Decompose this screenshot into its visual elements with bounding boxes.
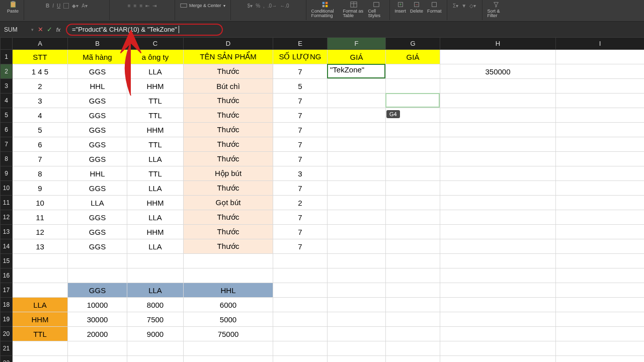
cell[interactable]	[386, 196, 440, 210]
percent-icon[interactable]: %	[256, 3, 260, 9]
cell[interactable]: GGS	[68, 152, 127, 166]
autosum-icon[interactable]: Σ▾	[453, 3, 458, 9]
cell[interactable]: 12	[13, 225, 68, 239]
cell[interactable]: GGS	[68, 181, 127, 196]
row-18[interactable]: 18	[1, 298, 13, 312]
cell[interactable]: 9000	[127, 327, 184, 341]
cell[interactable]	[328, 181, 386, 196]
cancel-icon[interactable]: ✕	[36, 26, 45, 33]
cell[interactable]	[386, 210, 440, 225]
cell[interactable]	[556, 108, 645, 123]
cell[interactable]	[440, 123, 556, 137]
row-7[interactable]: 7	[1, 137, 13, 152]
cell[interactable]: 75000	[184, 327, 273, 341]
cell[interactable]: Thước	[184, 225, 273, 239]
row-19[interactable]: 19	[1, 312, 13, 327]
cell[interactable]	[440, 196, 556, 210]
cell[interactable]	[386, 312, 440, 327]
align-left-icon[interactable]: ≡	[128, 3, 131, 9]
row-6[interactable]: 6	[1, 123, 13, 137]
decimal-inc-icon[interactable]: .0→	[268, 3, 277, 9]
cell[interactable]: LLA	[127, 283, 184, 298]
cell[interactable]: GIÁ	[386, 50, 440, 64]
cell[interactable]	[273, 254, 328, 268]
delete-button[interactable]: − Delete	[408, 0, 425, 20]
cell[interactable]: HHM	[13, 312, 68, 327]
cell[interactable]	[440, 225, 556, 239]
cell[interactable]	[13, 283, 68, 298]
cell[interactable]: GGS	[68, 283, 127, 298]
cell[interactable]: GGS	[68, 123, 127, 137]
cell[interactable]	[184, 268, 273, 283]
cell[interactable]	[556, 196, 645, 210]
cell[interactable]: 4	[13, 108, 68, 123]
cell[interactable]	[328, 137, 386, 152]
cell[interactable]	[440, 50, 556, 64]
cell[interactable]	[328, 298, 386, 312]
cell[interactable]: GGS	[68, 108, 127, 123]
cell[interactable]	[328, 254, 386, 268]
cell[interactable]: GGS	[68, 210, 127, 225]
cell[interactable]	[386, 137, 440, 152]
cell[interactable]	[328, 79, 386, 94]
row-5[interactable]: 5	[1, 108, 13, 123]
select-all-corner[interactable]	[1, 38, 13, 50]
sort-filter-button[interactable]: Sort & Filter	[486, 0, 507, 20]
cell[interactable]	[440, 79, 556, 94]
cell[interactable]	[273, 312, 328, 327]
cell[interactable]	[440, 152, 556, 166]
cell[interactable]: LLA	[13, 298, 68, 312]
row-4[interactable]: 4	[1, 94, 13, 108]
cell[interactable]	[386, 123, 440, 137]
cell[interactable]: 30000	[68, 312, 127, 327]
cell[interactable]	[184, 254, 273, 268]
cell[interactable]: 7	[273, 64, 328, 79]
row-12[interactable]: 12	[1, 210, 13, 225]
cell[interactable]: TÊN SẢN PHẨM	[184, 50, 273, 64]
enter-icon[interactable]: ✓	[45, 26, 54, 33]
cell[interactable]	[440, 341, 556, 356]
cell[interactable]	[328, 225, 386, 239]
cell[interactable]: Thước	[184, 123, 273, 137]
cell[interactable]: LLA	[127, 239, 184, 254]
cell[interactable]: HHM	[127, 79, 184, 94]
cell[interactable]	[328, 283, 386, 298]
row-20[interactable]: 20	[1, 327, 13, 341]
cell[interactable]	[386, 94, 440, 108]
cell[interactable]	[273, 298, 328, 312]
cell[interactable]	[440, 283, 556, 298]
cell[interactable]	[328, 239, 386, 254]
cell[interactable]	[273, 356, 328, 363]
cell[interactable]: Thước	[184, 181, 273, 196]
cell[interactable]	[440, 137, 556, 152]
cell[interactable]: Thước	[184, 210, 273, 225]
cell[interactable]	[328, 152, 386, 166]
row-17[interactable]: 17	[1, 283, 13, 298]
cell[interactable]: 9	[13, 181, 68, 196]
row-1[interactable]: 1	[1, 50, 13, 64]
cell[interactable]	[556, 181, 645, 196]
cell[interactable]	[440, 298, 556, 312]
indent-dec-icon[interactable]: ⇤	[145, 3, 149, 9]
insert-button[interactable]: + Insert	[393, 0, 409, 20]
cell[interactable]	[328, 123, 386, 137]
row-21[interactable]: 21	[1, 341, 13, 356]
cell[interactable]	[273, 341, 328, 356]
cell[interactable]: Gọt bút	[184, 196, 273, 210]
cell[interactable]	[556, 283, 645, 298]
cell[interactable]: HHL	[184, 283, 273, 298]
col-I[interactable]: I	[556, 38, 645, 50]
cell[interactable]: 5	[13, 123, 68, 137]
cell[interactable]	[440, 181, 556, 196]
spreadsheet[interactable]: A B C D E F G H I 1STTMã hànga ông tyTÊN…	[0, 37, 644, 362]
cell[interactable]	[328, 166, 386, 181]
cell[interactable]: 7	[13, 152, 68, 166]
cell[interactable]: Thước	[184, 137, 273, 152]
cell[interactable]	[386, 166, 440, 181]
cell[interactable]: 20000	[68, 327, 127, 341]
cell[interactable]: STT	[13, 50, 68, 64]
cell[interactable]: Hộp bút	[184, 166, 273, 181]
row-14[interactable]: 14	[1, 239, 13, 254]
cell[interactable]: GGS	[68, 239, 127, 254]
font-color-icon[interactable]: A▾	[82, 3, 88, 9]
